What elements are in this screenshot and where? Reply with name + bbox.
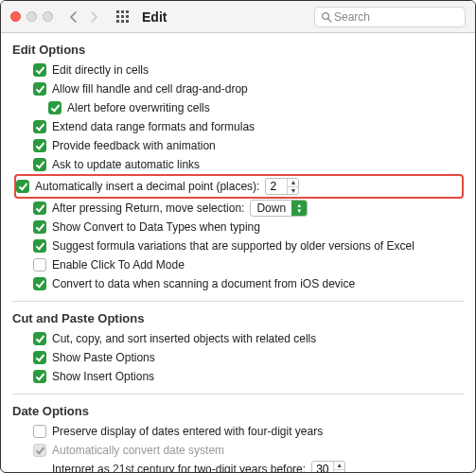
checkbox[interactable] <box>33 120 46 133</box>
stepper-down-icon[interactable]: ▼ <box>288 187 298 195</box>
checkbox-label: Alert before overwriting cells <box>67 101 210 114</box>
opt-after-return[interactable]: After pressing Return, move selection: D… <box>12 199 464 218</box>
checkbox[interactable] <box>33 82 46 96</box>
titlebar: Edit <box>1 1 475 33</box>
opt-update-links[interactable]: Ask to update automatic links <box>12 155 464 174</box>
opt-cut-copy-sort[interactable]: Cut, copy, and sort inserted objects wit… <box>12 329 464 348</box>
opt-click-to-add[interactable]: Enable Click To Add Mode <box>12 255 464 274</box>
opt-auto-convert-date: Automatically convert date system <box>12 441 464 460</box>
minimize-window[interactable] <box>26 11 37 22</box>
century-year-stepper[interactable]: ▲ ▼ <box>311 461 345 473</box>
checkbox-label: Show Insert Options <box>52 370 154 383</box>
section-heading-cutpaste: Cut and Paste Options <box>12 311 464 325</box>
checkbox-label: Automatically convert date system <box>52 444 224 457</box>
section-heading-date: Date Options <box>12 404 464 418</box>
opt-edit-directly[interactable]: Edit directly in cells <box>12 61 464 79</box>
checkbox-label: Convert to data when scanning a document… <box>52 277 355 290</box>
back-button[interactable] <box>62 7 83 27</box>
checkbox-label: Automatically insert a decimal point (pl… <box>35 180 259 193</box>
checkbox[interactable] <box>33 220 46 234</box>
opt-extend-formats[interactable]: Extend data range formats and formulas <box>12 117 464 136</box>
decimal-places-input[interactable] <box>266 179 287 194</box>
checkbox[interactable] <box>48 101 62 114</box>
stepper-up-icon[interactable]: ▲ <box>334 462 344 470</box>
zoom-window[interactable] <box>43 11 53 22</box>
checkbox[interactable] <box>33 239 46 253</box>
checkbox[interactable] <box>33 332 46 345</box>
checkbox-label: Allow fill handle and cell drag-and-drop <box>52 82 248 96</box>
decimal-places-stepper[interactable]: ▲ ▼ <box>265 178 299 195</box>
checkbox[interactable] <box>33 425 46 438</box>
search-field[interactable] <box>314 7 466 27</box>
option-label: Interpret as 21st century for two-digit … <box>52 463 306 473</box>
stepper-up-icon[interactable]: ▲ <box>288 179 298 187</box>
window-controls <box>10 11 53 22</box>
checkbox[interactable] <box>33 139 46 152</box>
checkbox-label: Show Paste Options <box>52 351 155 364</box>
checkbox-label: Provide feedback with animation <box>52 139 216 152</box>
opt-decimal-point[interactable]: Automatically insert a decimal point (pl… <box>14 174 464 199</box>
checkbox[interactable] <box>33 258 46 272</box>
show-all-icon[interactable] <box>112 7 132 27</box>
checkbox-label: Suggest formula variations that are supp… <box>52 239 414 253</box>
checkbox <box>33 444 46 457</box>
opt-data-types-typing[interactable]: Show Convert to Data Types when typing <box>12 218 464 236</box>
checkbox-label: Extend data range formats and formulas <box>52 120 255 133</box>
opt-interpret-century: Interpret as 21st century for two-digit … <box>12 460 464 473</box>
divider <box>12 394 464 394</box>
checkbox[interactable] <box>33 158 46 171</box>
checkbox[interactable] <box>33 63 46 77</box>
checkbox[interactable] <box>33 351 46 364</box>
checkbox-label: Show Convert to Data Types when typing <box>52 220 260 234</box>
opt-preserve-four-digit[interactable]: Preserve display of dates entered with f… <box>12 422 464 441</box>
checkbox-label: Preserve display of dates entered with f… <box>52 425 323 438</box>
checkbox-label: Ask to update automatic links <box>52 158 200 171</box>
checkbox[interactable] <box>33 277 46 290</box>
opt-alert-overwrite[interactable]: Alert before overwriting cells <box>12 98 464 117</box>
opt-feedback-animation[interactable]: Provide feedback with animation <box>12 136 464 155</box>
divider <box>12 301 464 302</box>
opt-fill-handle[interactable]: Allow fill handle and cell drag-and-drop <box>12 79 464 98</box>
checkbox[interactable] <box>33 201 46 215</box>
search-icon <box>321 11 332 23</box>
opt-show-insert-options[interactable]: Show Insert Options <box>12 367 464 386</box>
checkbox-label: Cut, copy, and sort inserted objects wit… <box>52 332 316 345</box>
checkbox-label: Edit directly in cells <box>52 63 149 77</box>
checkbox-label: Enable Click To Add Mode <box>52 258 185 272</box>
search-input[interactable] <box>332 9 476 25</box>
page-title: Edit <box>142 9 167 25</box>
svg-line-1 <box>328 18 331 21</box>
select-value: Down <box>256 201 291 215</box>
content-area: Edit Options Edit directly in cells Allo… <box>1 33 475 473</box>
opt-show-paste-options[interactable]: Show Paste Options <box>12 348 464 367</box>
checkbox[interactable] <box>33 370 46 383</box>
century-year-input[interactable] <box>312 462 333 473</box>
opt-convert-ios-scan[interactable]: Convert to data when scanning a document… <box>12 274 464 293</box>
close-window[interactable] <box>10 11 21 22</box>
section-heading-edit: Edit Options <box>12 43 464 57</box>
checkbox[interactable] <box>16 180 29 193</box>
forward-button[interactable] <box>83 7 104 27</box>
select-arrows-icon[interactable]: ▲▼ <box>291 201 307 216</box>
return-direction-select[interactable]: Down ▲▼ <box>250 200 308 217</box>
opt-formula-variations[interactable]: Suggest formula variations that are supp… <box>12 236 464 255</box>
checkbox-label: After pressing Return, move selection: <box>52 201 244 215</box>
